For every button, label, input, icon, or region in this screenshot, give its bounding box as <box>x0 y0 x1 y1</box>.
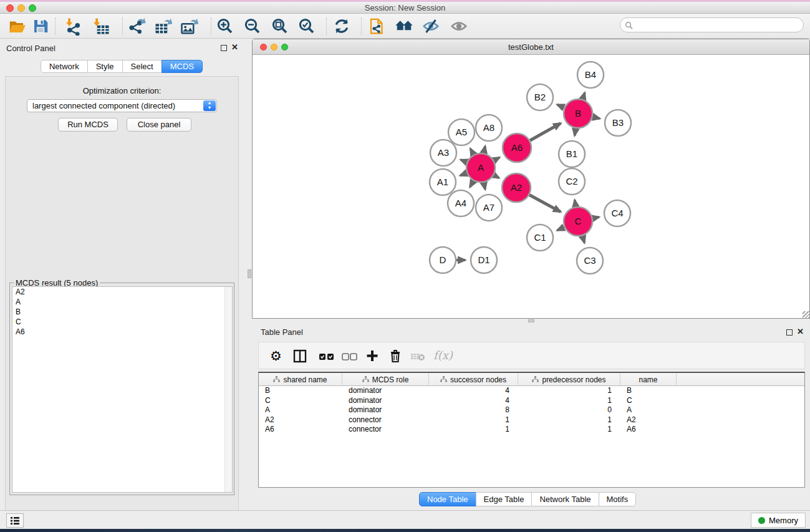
zoom-fit-icon[interactable] <box>271 17 289 36</box>
table-cell[interactable]: A6 <box>620 425 677 435</box>
table-cell[interactable]: connector <box>342 425 429 435</box>
close-window-button[interactable] <box>260 44 267 51</box>
graph-node-C1[interactable]: C1 <box>527 225 553 251</box>
table-cell[interactable]: dominator <box>342 386 429 396</box>
table-cell[interactable]: 4 <box>429 396 518 406</box>
table-cell[interactable]: 1 <box>518 396 620 406</box>
table-cell[interactable]: 1 <box>518 386 620 396</box>
tab-edge-table[interactable]: Edge Table <box>476 492 533 506</box>
search-input[interactable] <box>635 21 803 29</box>
delete-column-icon[interactable] <box>388 349 402 364</box>
column-header-shared-name[interactable]: shared name <box>259 373 342 386</box>
table-cell[interactable]: B <box>259 386 342 396</box>
graph-node-C4[interactable]: C4 <box>604 200 630 226</box>
export-network-icon[interactable] <box>128 17 147 36</box>
zoom-in-icon[interactable] <box>216 17 234 36</box>
float-panel-icon[interactable] <box>221 45 227 51</box>
graph-edge-A-A4[interactable] <box>470 181 474 187</box>
tab-network-table[interactable]: Network Table <box>531 492 599 506</box>
optimization-criterion-select[interactable]: largest connected component (directed) ▲… <box>27 99 217 112</box>
tab-style[interactable]: Style <box>87 60 123 73</box>
refresh-icon[interactable] <box>332 17 351 36</box>
graph-edge-C-C2[interactable] <box>575 200 576 207</box>
graph-edge-A6-B[interactable] <box>530 123 561 141</box>
scrollbar-track[interactable] <box>224 287 232 492</box>
graph-node-A4[interactable]: A4 <box>448 190 474 216</box>
table-cell[interactable]: 4 <box>429 386 518 396</box>
graph-node-B3[interactable]: B3 <box>605 110 631 136</box>
table-cell[interactable]: 1 <box>518 415 620 425</box>
table-row[interactable]: A6connector11A6 <box>259 425 804 435</box>
table-cell[interactable]: C <box>259 396 342 406</box>
graph-edge-B-B3[interactable] <box>592 117 599 118</box>
table-cell[interactable]: C <box>620 396 677 406</box>
table-cell[interactable]: A2 <box>259 415 342 425</box>
graph-node-B[interactable]: B <box>564 99 592 128</box>
graph-node-B2[interactable]: B2 <box>527 84 553 110</box>
tab-network[interactable]: Network <box>41 60 88 73</box>
table-cell[interactable]: A6 <box>259 425 342 435</box>
network-vscroll-thumb[interactable] <box>248 269 251 278</box>
graph-node-A3[interactable]: A3 <box>430 140 456 166</box>
graph-node-D[interactable]: D <box>430 247 456 273</box>
network-window-titlebar[interactable]: testGlobe.txt <box>253 39 809 55</box>
close-window-button[interactable] <box>6 4 14 12</box>
import-table-icon[interactable] <box>92 17 110 36</box>
table-cell[interactable]: 1 <box>429 415 518 425</box>
graph-edge-A-A2[interactable] <box>494 175 499 178</box>
graph-node-A7[interactable]: A7 <box>476 195 502 221</box>
graph-edge-B-B2[interactable] <box>557 105 564 108</box>
open-folder-icon[interactable] <box>7 17 26 36</box>
table-cell[interactable]: 1 <box>518 425 620 435</box>
graph-node-A2[interactable]: A2 <box>502 173 531 202</box>
graph-node-D1[interactable]: D1 <box>471 247 497 273</box>
mcds-result-item[interactable]: B <box>12 307 232 317</box>
select-all-icon[interactable] <box>318 349 335 364</box>
zoom-out-icon[interactable] <box>243 17 262 36</box>
node-table[interactable]: shared nameMCDS rolesuccessor nodesprede… <box>258 372 805 488</box>
graph-node-B4[interactable]: B4 <box>577 62 604 88</box>
import-network-icon[interactable] <box>64 17 83 36</box>
function-builder-icon[interactable]: f(x) <box>433 349 453 364</box>
table-cell[interactable]: 8 <box>429 405 518 415</box>
zoom-window-button[interactable] <box>281 44 288 51</box>
resize-grip-icon[interactable] <box>803 311 809 318</box>
column-header-name[interactable]: name <box>620 373 677 386</box>
table-row[interactable]: Cdominator41C <box>259 396 804 406</box>
tab-motifs[interactable]: Motifs <box>599 492 637 506</box>
graph-edge-B-B1[interactable] <box>575 128 576 136</box>
graph-node-C3[interactable]: C3 <box>577 248 603 274</box>
graph-node-B1[interactable]: B1 <box>559 141 585 167</box>
graph-node-A8[interactable]: A8 <box>476 115 502 141</box>
export-table-icon[interactable] <box>154 17 173 36</box>
graph-node-A[interactable]: A <box>466 153 495 182</box>
graph-node-A1[interactable]: A1 <box>430 169 456 195</box>
new-network-file-icon[interactable] <box>368 17 387 36</box>
table-cell[interactable]: A2 <box>620 415 677 425</box>
column-header-MCDS-role[interactable]: MCDS role <box>342 373 429 386</box>
table-cell[interactable]: B <box>620 386 677 396</box>
memory-button[interactable]: Memory <box>751 513 806 528</box>
table-row[interactable]: Adominator80A <box>259 405 804 415</box>
graph-edge-A-A1[interactable] <box>460 173 466 175</box>
table-cell[interactable]: dominator <box>342 396 429 406</box>
graph-edge-B-B4[interactable] <box>582 93 584 100</box>
table-row[interactable]: Bdominator41B <box>259 386 804 396</box>
graph-node-C[interactable]: C <box>564 207 592 236</box>
column-header-predecessor-nodes[interactable]: predecessor nodes <box>518 373 620 386</box>
mcds-result-item[interactable]: A2 <box>12 287 232 297</box>
graph-node-A5[interactable]: A5 <box>448 119 475 145</box>
tab-select[interactable]: Select <box>122 60 162 73</box>
tab-node-table[interactable]: Node Table <box>419 492 476 506</box>
graph-node-C2[interactable]: C2 <box>559 168 585 195</box>
zoom-selected-icon[interactable] <box>297 17 316 36</box>
table-cell[interactable]: 0 <box>518 405 620 415</box>
table-row[interactable]: A2connector11A2 <box>259 415 804 425</box>
network-canvas[interactable]: AA1A2A3A4A5A6A7A8BB1B2B3B4CC1C2C3C4DD1 <box>253 56 809 318</box>
add-column-icon[interactable] <box>365 349 379 364</box>
home-icon[interactable] <box>395 17 413 36</box>
unselect-all-icon[interactable] <box>341 349 359 364</box>
mcds-result-list[interactable]: A2ABCA6 <box>12 286 233 493</box>
graph-edge-A-A3[interactable] <box>461 160 467 162</box>
graph-edge-A-A7[interactable] <box>484 183 485 190</box>
